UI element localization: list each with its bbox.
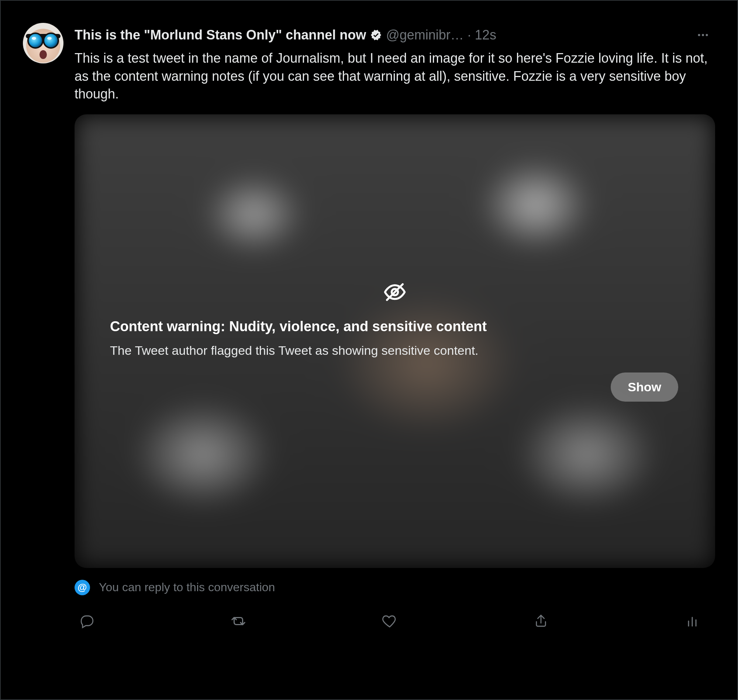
media-attachment: Content warning: Nudity, violence, and s… [75,114,715,568]
timestamp[interactable]: 12s [475,27,496,43]
ellipsis-icon [696,28,710,42]
analytics-button[interactable] [681,610,703,632]
reply-hint-text: You can reply to this conversation [99,581,275,594]
header-separator: · [467,27,471,43]
svg-point-5 [29,34,42,47]
share-button[interactable] [530,610,552,632]
svg-point-9 [40,50,47,59]
content-warning-overlay: Content warning: Nudity, violence, and s… [75,114,715,568]
reply-icon [80,613,95,629]
verified-badge-icon [370,29,382,41]
tweet-card: This is the "Morlund Stans Only" channel… [0,0,738,700]
tweet-body-text: This is a test tweet in the name of Jour… [75,49,715,103]
content-warning-subtitle: The Tweet author flagged this Tweet as s… [104,343,686,358]
eye-off-icon [383,280,407,305]
svg-point-6 [44,34,57,47]
reply-hint-row[interactable]: @ You can reply to this conversation [75,580,715,595]
display-name[interactable]: This is the "Morlund Stans Only" channel… [75,27,366,43]
user-handle[interactable]: @geminibr… [386,27,464,43]
svg-point-10 [698,34,700,36]
svg-point-8 [47,37,52,40]
heart-icon [382,613,398,629]
avatar[interactable] [23,23,63,63]
analytics-icon [685,614,700,628]
reply-button[interactable] [76,610,98,632]
mention-icon: @ [75,580,90,595]
svg-point-11 [702,34,704,36]
avatar-column [23,23,63,684]
show-media-button[interactable]: Show [611,372,678,401]
more-options-button[interactable] [691,23,715,47]
content-warning-title: Content warning: Nudity, violence, and s… [104,319,686,334]
retweet-button[interactable] [227,610,249,632]
like-button[interactable] [379,610,401,632]
tweet-main-column: This is the "Morlund Stans Only" channel… [75,23,715,684]
tweet-action-bar [75,610,711,632]
svg-point-12 [706,34,708,36]
svg-point-7 [32,37,36,40]
tweet-header: This is the "Morlund Stans Only" channel… [75,23,715,47]
share-icon [533,613,549,629]
content-warning-actions: Show [104,372,686,401]
retweet-icon [230,613,247,629]
